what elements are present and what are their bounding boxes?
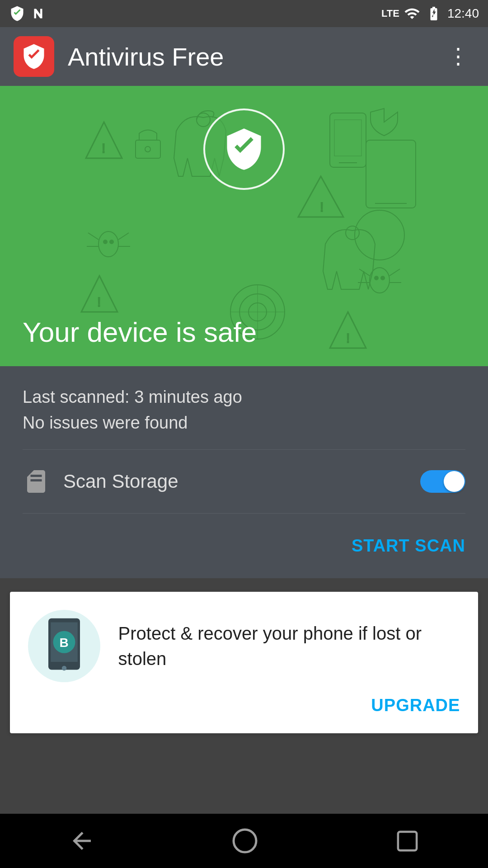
upgrade-button[interactable]: UPGRADE [371,696,460,715]
svg-point-11 [103,240,107,244]
scan-result-text: No issues were found [23,410,465,436]
status-bar: LTE 12:40 [0,0,488,27]
promo-text: Protect & recover your phone if lost or … [118,621,460,671]
svg-rect-22 [330,113,366,167]
svg-point-6 [99,231,118,257]
clock: 12:40 [447,6,479,21]
promo-content: B Protect & recover your phone if lost o… [28,610,460,682]
scan-storage-toggle[interactable] [420,470,465,493]
bottom-navigation [0,814,488,868]
svg-text:!: ! [320,199,324,214]
svg-point-19 [381,276,385,280]
storage-card-icon [23,468,50,495]
svg-point-18 [375,276,378,280]
divider-1 [23,449,465,450]
upgrade-row: UPGRADE [28,696,460,715]
protection-status-icon [203,108,285,190]
svg-rect-43 [398,831,417,850]
svg-rect-25 [366,140,416,208]
recents-icon [395,829,420,854]
shield-icon [9,5,25,22]
more-menu-icon[interactable]: ⋮ [443,46,474,68]
svg-text:B: B [59,636,68,650]
n-icon [31,5,47,22]
svg-rect-24 [334,120,361,156]
svg-rect-33 [136,140,160,158]
battery-icon [425,5,443,22]
svg-point-21 [346,226,359,240]
svg-text:!: ! [346,330,350,345]
last-scanned-text: Last scanned: 3 minutes ago [23,384,465,410]
app-bar: Antivirus Free ⋮ [0,27,488,86]
signal-icon [404,5,420,22]
svg-marker-2 [298,176,343,217]
start-scan-button[interactable]: START SCAN [352,536,465,556]
svg-text:!: ! [97,294,101,309]
svg-marker-35 [330,312,366,348]
home-button[interactable] [231,827,258,854]
phone-protect-icon: B [37,614,91,678]
lte-label: LTE [381,8,399,19]
svg-marker-4 [81,276,117,312]
device-status-text: Your device is safe [23,316,257,348]
hero-banner: ! ! ! [0,86,488,366]
svg-line-9 [118,233,129,240]
svg-line-16 [389,269,400,276]
svg-line-7 [88,233,99,240]
scan-storage-label: Scan Storage [63,471,420,492]
status-bar-right: LTE 12:40 [381,5,479,22]
back-button[interactable] [68,827,95,854]
svg-line-14 [359,269,370,276]
app-logo [14,36,54,77]
scan-storage-row: Scan Storage [23,459,465,504]
start-scan-row: START SCAN [23,523,465,560]
back-icon [68,827,95,854]
app-title: Antivirus Free [68,42,443,71]
divider-2 [23,513,465,514]
svg-point-32 [355,210,404,260]
scan-info-card: Last scanned: 3 minutes ago No issues we… [0,366,488,578]
svg-point-13 [370,268,389,293]
svg-point-12 [110,240,113,244]
svg-point-34 [145,146,150,152]
app-shield-icon [20,43,47,70]
promo-icon: B [28,610,100,682]
check-shield-icon [221,127,267,172]
scan-info-text: Last scanned: 3 minutes ago No issues we… [23,384,465,436]
svg-marker-0 [86,122,122,158]
toggle-knob [444,471,465,492]
svg-point-42 [234,830,256,852]
promo-card: B Protect & recover your phone if lost o… [10,592,479,733]
svg-text:!: ! [102,141,105,156]
shield-circle [203,108,285,190]
recents-button[interactable] [395,829,420,854]
svg-point-39 [61,666,66,671]
home-icon [231,827,258,854]
status-bar-left [9,5,47,22]
